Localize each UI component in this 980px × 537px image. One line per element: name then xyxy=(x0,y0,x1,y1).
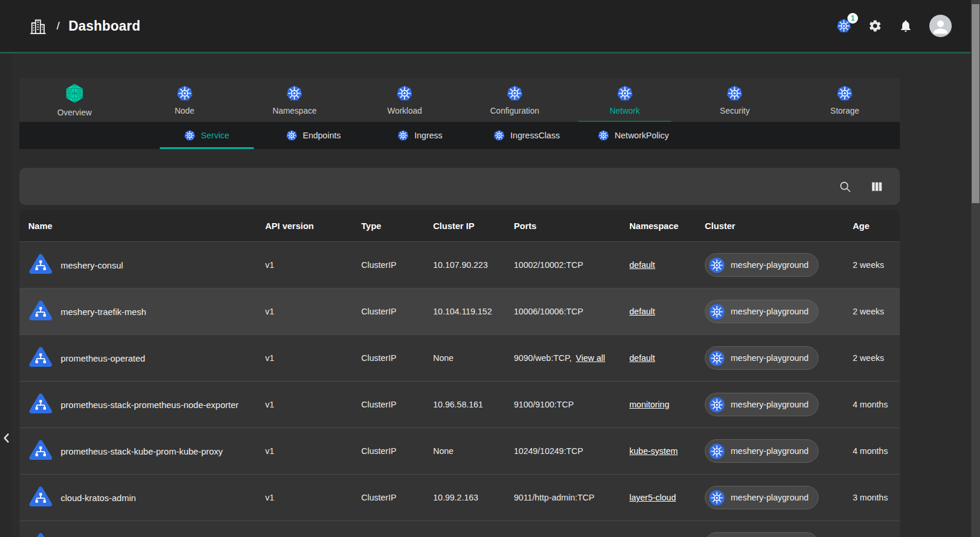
cluster-chip[interactable]: meshery-playground xyxy=(705,300,819,323)
tab-label: Security xyxy=(720,106,750,115)
subtab-ingressclass[interactable]: IngressClass xyxy=(473,122,580,149)
breadcrumb-separator: / xyxy=(57,19,60,32)
tab-label: Overview xyxy=(57,108,91,117)
ports-value: 9011/http-admin:TCP xyxy=(514,493,595,502)
table-row[interactable]: prometheus-stack-prometheus-node-exporte… xyxy=(19,381,900,427)
view-columns-icon[interactable] xyxy=(870,180,883,193)
service-icon xyxy=(28,485,53,510)
cluster-ip: None xyxy=(424,446,504,456)
service-type: ClusterIP xyxy=(352,353,424,363)
resource-category-tabs: Overview Node Namespace Workload Configu… xyxy=(19,78,900,122)
meshery-logo-icon xyxy=(64,83,85,104)
tab-label: Storage xyxy=(830,106,859,115)
column-header[interactable]: Namespace xyxy=(620,221,695,231)
subtab-underline xyxy=(160,147,254,149)
kubernetes-icon xyxy=(726,85,743,102)
namespace-link[interactable]: default xyxy=(629,353,655,363)
tab-storage[interactable]: Storage xyxy=(790,78,900,122)
service-icon xyxy=(28,346,53,370)
ports-value: 9090/web:TCP, xyxy=(514,353,572,363)
table-row[interactable]: prometheus-stack-kube-prom-kube-proxy v1… xyxy=(19,427,900,474)
chevron-left-icon[interactable] xyxy=(0,430,14,446)
cluster-name: meshery-playground xyxy=(731,353,809,363)
cluster-cell: meshery-playground xyxy=(695,532,843,537)
namespace-cell: default xyxy=(620,260,695,270)
table-row[interactable]: meshery-traefik-mesh v1 ClusterIP 10.104… xyxy=(19,288,900,334)
service-type: ClusterIP xyxy=(352,307,424,316)
subtab-networkpolicy[interactable]: NetworkPolicy xyxy=(580,122,687,149)
column-header[interactable]: Cluster IP xyxy=(424,221,504,231)
subtab-label: IngressClass xyxy=(510,131,560,140)
column-header[interactable]: Age xyxy=(843,221,900,231)
table-row[interactable]: meshery-consul v1 ClusterIP 10.107.90.22… xyxy=(19,241,900,288)
avatar[interactable] xyxy=(929,15,952,37)
table-row[interactable]: cloud-kratos-admin v1 ClusterIP 10.99.2.… xyxy=(19,474,900,521)
namespace-cell: monitoring xyxy=(620,400,695,409)
subtab-label: Service xyxy=(201,131,229,140)
subtab-ingress[interactable]: Ingress xyxy=(367,122,473,149)
settings-button[interactable] xyxy=(868,19,882,33)
cluster-chip[interactable]: meshery-playground xyxy=(705,486,819,509)
kubernetes-icon xyxy=(598,130,609,141)
name-cell: meshery-consul xyxy=(19,253,256,277)
ports-cell: 9100/9100:TCP xyxy=(504,400,620,409)
subtab-service[interactable]: Service xyxy=(153,122,260,149)
cluster-chip[interactable]: meshery-playground xyxy=(705,393,819,416)
cluster-cell: meshery-playground xyxy=(695,486,843,509)
kubernetes-icon xyxy=(709,257,725,273)
cluster-chip[interactable]: meshery-playground xyxy=(705,346,819,370)
tab-security[interactable]: Security xyxy=(680,78,790,122)
kubernetes-icon xyxy=(184,130,196,141)
api-version: v1 xyxy=(256,400,352,409)
cluster-cell: meshery-playground xyxy=(695,253,843,277)
vertical-scrollbar[interactable] xyxy=(971,0,980,537)
cluster-chip[interactable]: meshery-playground xyxy=(705,253,819,277)
name-cell: cloud-kratos-admin xyxy=(19,485,256,510)
cluster-chip[interactable]: meshery-playground xyxy=(705,439,819,463)
cluster-ip: 10.104.119.152 xyxy=(424,307,504,316)
kubernetes-context-button[interactable]: 1 xyxy=(836,18,852,34)
organization-icon[interactable] xyxy=(28,16,48,36)
column-header[interactable]: Name xyxy=(19,221,256,231)
tab-configuration[interactable]: Configuration xyxy=(460,78,570,122)
tab-node[interactable]: Node xyxy=(130,78,240,122)
scrollbar-thumb[interactable] xyxy=(972,4,979,203)
cluster-name: meshery-playground xyxy=(731,260,809,270)
search-icon[interactable] xyxy=(839,180,852,193)
kubernetes-icon xyxy=(397,130,409,141)
table-toolbar xyxy=(19,168,900,205)
tab-workload[interactable]: Workload xyxy=(349,78,460,122)
column-header[interactable]: Type xyxy=(352,221,424,231)
column-header[interactable]: Cluster xyxy=(695,221,843,231)
cluster-ip: 10.107.90.223 xyxy=(424,260,504,270)
name-cell xyxy=(19,532,256,537)
kubernetes-icon xyxy=(286,130,298,141)
namespace-link[interactable]: layer5-cloud xyxy=(629,493,676,502)
tab-label: Node xyxy=(174,106,194,115)
cluster-chip[interactable]: meshery-playground xyxy=(705,532,819,537)
namespace-cell: default xyxy=(620,353,695,363)
service-name: prometheus-stack-kube-prom-kube-proxy xyxy=(61,446,223,456)
namespace-link[interactable]: kube-system xyxy=(629,446,678,456)
age-value: 2 weeks xyxy=(843,260,900,270)
namespace-link[interactable]: monitoring xyxy=(629,400,669,409)
page-title: Dashboard xyxy=(68,18,140,34)
ports-cell: 9011/http-admin:TCP xyxy=(504,493,620,502)
tab-network[interactable]: Network xyxy=(570,78,680,122)
tab-namespace[interactable]: Namespace xyxy=(240,78,350,122)
service-icon xyxy=(28,439,53,463)
column-header[interactable]: Ports xyxy=(504,221,620,231)
table-row[interactable]: meshery meshery-playground xyxy=(19,521,900,537)
subtab-endpoints[interactable]: Endpoints xyxy=(260,122,367,149)
name-cell: prometheus-stack-prometheus-node-exporte… xyxy=(19,392,256,417)
view-all-link[interactable]: View all xyxy=(576,353,605,363)
ports-cell: 10249/10249:TCP xyxy=(504,446,620,456)
column-header[interactable]: API version xyxy=(256,221,352,231)
name-cell: prometheus-stack-kube-prom-kube-proxy xyxy=(19,439,256,463)
table-row[interactable]: prometheus-operated v1 ClusterIP None 90… xyxy=(19,334,900,381)
namespace-link[interactable]: default xyxy=(629,260,655,270)
notifications-button[interactable] xyxy=(899,19,913,33)
breadcrumb: / Dashboard xyxy=(28,16,140,36)
tab-overview[interactable]: Overview xyxy=(19,78,130,122)
namespace-link[interactable]: default xyxy=(629,307,655,316)
